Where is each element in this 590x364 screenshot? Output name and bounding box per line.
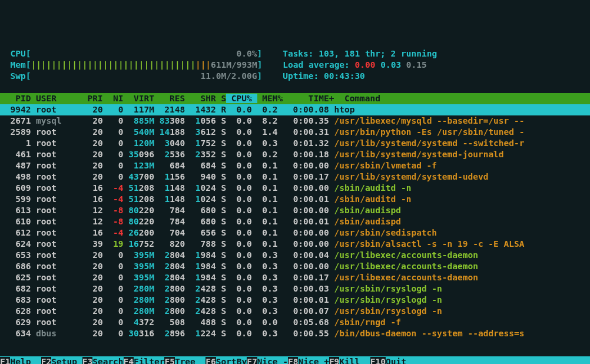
process-row[interactable]: 628 root 20 0 280M 2800 2428 S 0.0 0.3 0… [0, 306, 590, 317]
threads-count: 181 [344, 49, 360, 58]
process-command: /usr/sbin/lvmetad -f [334, 161, 437, 170]
sort-column[interactable]: CPU% [226, 94, 257, 103]
fkey-label[interactable]: Setup [51, 357, 82, 364]
uptime-value: 00:43:30 [324, 71, 365, 81]
process-row[interactable]: 653 root 20 0 395M 2804 1984 S 0.0 0.3 0… [0, 250, 590, 261]
process-row[interactable]: 461 root 20 0 35096 2536 2352 S 0.0 0.2 … [0, 149, 590, 160]
process-row[interactable]: 498 root 20 0 43700 1156 940 S 0.0 0.1 0… [0, 171, 590, 183]
process-command: /usr/libexec/accounts-daemon [334, 250, 478, 260]
meter-value: 0.0% [237, 49, 257, 58]
process-command: /sbin/audispd [334, 217, 401, 226]
fkey-F10: F10 [370, 357, 386, 364]
fkey-label[interactable]: Help [10, 357, 41, 364]
process-command: /usr/sbin/rsyslogd -n [334, 306, 442, 316]
process-command: /usr/libexec/mysqld --basedir=/usr -- [334, 116, 525, 125]
meter-value: 611M/993M [211, 60, 257, 70]
process-row[interactable]: 610 root 12 -8 80220 784 680 S 0.0 0.1 0… [0, 216, 590, 227]
meter-label: Mem [0, 60, 26, 70]
uptime-label: Uptime: [283, 71, 324, 81]
process-row[interactable]: 487 root 20 0 123M 684 684 S 0.0 0.1 0:0… [0, 160, 590, 171]
process-row[interactable]: 1 root 20 0 120M 3040 1752 S 0.0 0.3 0:0… [0, 138, 590, 149]
fkey-F5: F5 [164, 357, 174, 364]
process-row[interactable]: 686 root 20 0 395M 2804 1984 S 0.0 0.3 0… [0, 261, 590, 272]
fkey-label[interactable]: Nice - [257, 357, 288, 364]
process-row[interactable]: 629 root 20 0 4372 508 488 S 0.0 0.0 0:0… [0, 317, 590, 328]
process-command: htop [334, 105, 354, 114]
process-row[interactable]: 624 root 39 19 16752 820 788 S 0.0 0.1 0… [0, 239, 590, 250]
fkey-F3: F3 [82, 357, 92, 364]
process-command: /sbin/audispd [334, 206, 401, 215]
process-command: /sbin/rngd -f [334, 317, 401, 327]
fkey-label[interactable]: Filter [134, 357, 164, 364]
process-command: /usr/sbin/rsyslogd -n [334, 295, 442, 305]
process-command: /usr/libexec/accounts-daemon [334, 273, 478, 282]
fkey-F1: F1 [0, 357, 10, 364]
process-command: /usr/bin/python -Es /usr/sbin/tuned - [334, 127, 525, 137]
process-row[interactable]: 612 root 16 -4 26200 704 656 S 0.0 0.1 0… [0, 227, 590, 239]
process-row[interactable]: 682 root 20 0 280M 2800 2428 S 0.0 0.3 0… [0, 283, 590, 294]
process-row[interactable]: 613 root 12 -8 80220 784 680 S 0.0 0.1 0… [0, 205, 590, 216]
meter-value: 11.0M/2.00G [200, 71, 257, 81]
load-5m: 0.03 [380, 60, 401, 70]
process-command: /usr/lib/systemd/systemd --switched-r [334, 138, 525, 148]
fkey-F8: F8 [288, 357, 298, 364]
process-row[interactable]: 625 root 20 0 395M 2804 1984 S 0.0 0.3 0… [0, 272, 590, 283]
tasks-label: Tasks: [283, 49, 319, 58]
fkey-label[interactable]: Nice + [298, 357, 329, 364]
process-row[interactable]: 683 root 20 0 280M 2800 2428 S 0.0 0.3 0… [0, 294, 590, 306]
running-count: 2 [391, 49, 396, 58]
fkey-label[interactable]: Tree [175, 357, 205, 364]
process-row[interactable]: 2671 mysql 20 0 885M 83308 1056 S 0.0 8.… [0, 115, 590, 127]
process-row[interactable]: 609 root 16 -4 51208 1148 1024 S 0.0 0.1… [0, 183, 590, 194]
process-command: /sbin/auditd -n [334, 194, 412, 204]
meter-label: Swp [0, 71, 26, 81]
process-command: /usr/sbin/alsactl -s -n 19 -c -E ALSA [334, 239, 524, 249]
process-command: /sbin/auditd -n [334, 183, 412, 193]
load-15m: 0.15 [406, 60, 427, 70]
fkey-F2: F2 [41, 357, 51, 364]
meter-label: CPU [0, 49, 26, 58]
process-command: /usr/libexec/accounts-daemon [334, 262, 478, 271]
process-row-selected[interactable]: 9942 root 20 0 117M 2148 1432 R 0.0 0.2 … [0, 104, 590, 115]
process-command: /usr/lib/systemd/systemd-journald [334, 150, 504, 159]
fkey-F7: F7 [247, 357, 257, 364]
fkey-F9: F9 [329, 357, 339, 364]
process-row[interactable]: 2589 root 20 0 540M 14188 3612 S 0.0 1.4… [0, 127, 590, 138]
process-row[interactable]: 599 root 16 -4 51208 1148 1024 S 0.0 0.1… [0, 194, 590, 205]
process-command: /usr/sbin/sedispatch [334, 228, 437, 237]
fkey-F4: F4 [124, 357, 134, 364]
fkey-label[interactable]: Quit [386, 357, 416, 364]
process-row[interactable]: 634 dbus 20 0 30316 2896 1224 S 0.0 0.3 … [0, 328, 590, 339]
load-1m: 0.00 [355, 60, 376, 70]
fkey-label[interactable]: SortBy [216, 357, 247, 364]
load-label: Load average: [283, 60, 354, 70]
tasks-count: 103 [319, 49, 334, 58]
function-key-bar[interactable]: F1Help F2Setup F3SearchF4FilterF5Tree F6… [0, 356, 590, 364]
process-command: /usr/sbin/rsyslogd -n [334, 284, 442, 293]
process-command: /bin/dbus-daemon --system --address=s [334, 329, 525, 338]
process-command: /usr/lib/systemd/systemd-udevd [334, 172, 488, 181]
fkey-label[interactable]: Kill [339, 357, 370, 364]
column-header-row[interactable]: PID USER PRI NI VIRT RES SHR S CPU% MEM%… [0, 93, 590, 104]
fkey-F6: F6 [205, 357, 216, 364]
fkey-label[interactable]: Search [92, 357, 123, 364]
